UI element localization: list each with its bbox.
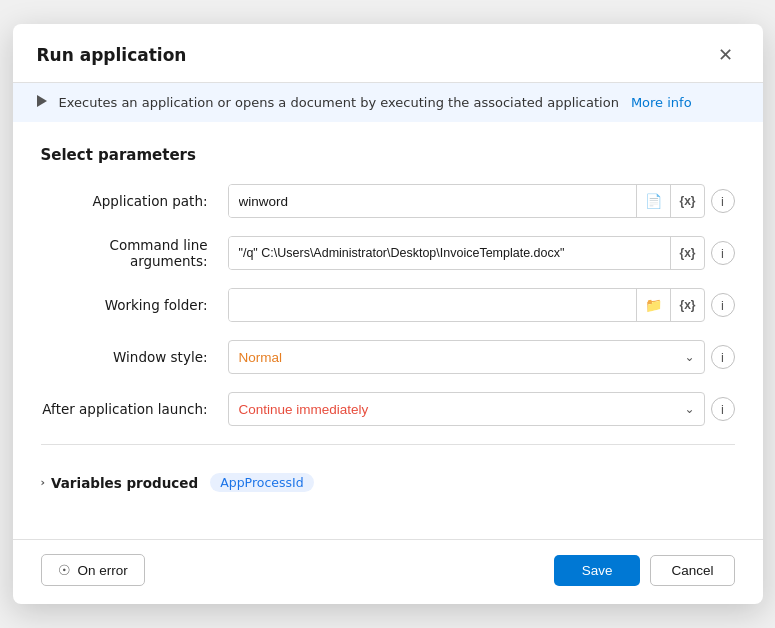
working-folder-label: Working folder: xyxy=(41,297,216,313)
app-process-id-badge: AppProcessId xyxy=(210,473,313,492)
working-folder-input-wrapper: 📁 {x} xyxy=(228,288,705,322)
dialog-title: Run application xyxy=(37,45,187,65)
info-icon-window: i xyxy=(721,350,724,365)
app-path-input[interactable] xyxy=(229,185,637,217)
window-style-info-button[interactable]: i xyxy=(711,345,735,369)
more-info-link[interactable]: More info xyxy=(631,95,692,110)
variables-divider xyxy=(41,444,735,445)
window-style-select-wrapper: Normal Minimized Maximized Hidden ⌄ xyxy=(228,340,705,374)
cmd-args-row: Command line arguments: {x} i xyxy=(41,236,735,270)
file-icon: 📄 xyxy=(645,193,662,209)
close-button[interactable]: ✕ xyxy=(712,42,739,68)
file-picker-button[interactable]: 📄 xyxy=(636,185,670,217)
working-folder-info-button[interactable]: i xyxy=(711,293,735,317)
cmd-args-input-wrapper: {x} xyxy=(228,236,705,270)
cmd-variable-insert-button[interactable]: {x} xyxy=(670,237,703,269)
shield-icon: ☉ xyxy=(58,562,71,578)
after-launch-info-button[interactable]: i xyxy=(711,397,735,421)
footer-right-buttons: Save Cancel xyxy=(554,555,735,586)
app-path-row: Application path: 📄 {x} i xyxy=(41,184,735,218)
after-launch-select-wrapper: Continue immediately Wait for applicatio… xyxy=(228,392,705,426)
info-icon-folder: i xyxy=(721,298,724,313)
run-application-dialog: Run application ✕ Executes an applicatio… xyxy=(13,24,763,604)
banner-text: Executes an application or opens a docum… xyxy=(59,95,619,110)
working-folder-input[interactable] xyxy=(229,289,637,321)
app-path-input-group: 📄 {x} i xyxy=(228,184,735,218)
folder-variable-insert-button[interactable]: {x} xyxy=(670,289,703,321)
info-icon-cmd: i xyxy=(721,246,724,261)
app-path-info-button[interactable]: i xyxy=(711,189,735,213)
dialog-body: Select parameters Application path: 📄 {x… xyxy=(13,122,763,539)
cmd-args-input[interactable] xyxy=(229,237,671,269)
after-launch-row: After application launch: Continue immed… xyxy=(41,392,735,426)
after-launch-input-group: Continue immediately Wait for applicatio… xyxy=(228,392,735,426)
working-folder-row: Working folder: 📁 {x} i xyxy=(41,288,735,322)
cmd-args-label: Command line arguments: xyxy=(41,237,216,269)
folder-picker-button[interactable]: 📁 xyxy=(636,289,670,321)
dialog-footer: ☉ On error Save Cancel xyxy=(13,539,763,604)
window-style-label: Window style: xyxy=(41,349,216,365)
cmd-variable-icon: {x} xyxy=(679,246,695,260)
app-path-input-wrapper: 📄 {x} xyxy=(228,184,705,218)
info-banner: Executes an application or opens a docum… xyxy=(13,83,763,122)
folder-icon: 📁 xyxy=(645,297,662,313)
on-error-label: On error xyxy=(78,563,128,578)
cmd-args-input-group: {x} i xyxy=(228,236,735,270)
window-style-input-group: Normal Minimized Maximized Hidden ⌄ i xyxy=(228,340,735,374)
info-icon: i xyxy=(721,194,724,209)
window-style-row: Window style: Normal Minimized Maximized… xyxy=(41,340,735,374)
working-folder-input-group: 📁 {x} i xyxy=(228,288,735,322)
cancel-button[interactable]: Cancel xyxy=(650,555,734,586)
window-style-select[interactable]: Normal Minimized Maximized Hidden xyxy=(228,340,705,374)
app-path-label: Application path: xyxy=(41,193,216,209)
play-icon xyxy=(37,95,47,110)
variables-label-text: Variables produced xyxy=(51,475,198,491)
folder-variable-icon: {x} xyxy=(679,298,695,312)
variables-row: › Variables produced AppProcessId xyxy=(41,463,735,502)
save-button[interactable]: Save xyxy=(554,555,641,586)
variables-chevron-icon: › xyxy=(41,476,46,489)
on-error-button[interactable]: ☉ On error xyxy=(41,554,145,586)
info-icon-launch: i xyxy=(721,402,724,417)
variables-label-group[interactable]: › Variables produced xyxy=(41,475,199,491)
variable-icon: {x} xyxy=(679,194,695,208)
after-launch-label: After application launch: xyxy=(41,401,216,417)
section-title: Select parameters xyxy=(41,146,735,164)
after-launch-select[interactable]: Continue immediately Wait for applicatio… xyxy=(228,392,705,426)
cmd-args-info-button[interactable]: i xyxy=(711,241,735,265)
dialog-header: Run application ✕ xyxy=(13,24,763,83)
variable-insert-button[interactable]: {x} xyxy=(670,185,703,217)
